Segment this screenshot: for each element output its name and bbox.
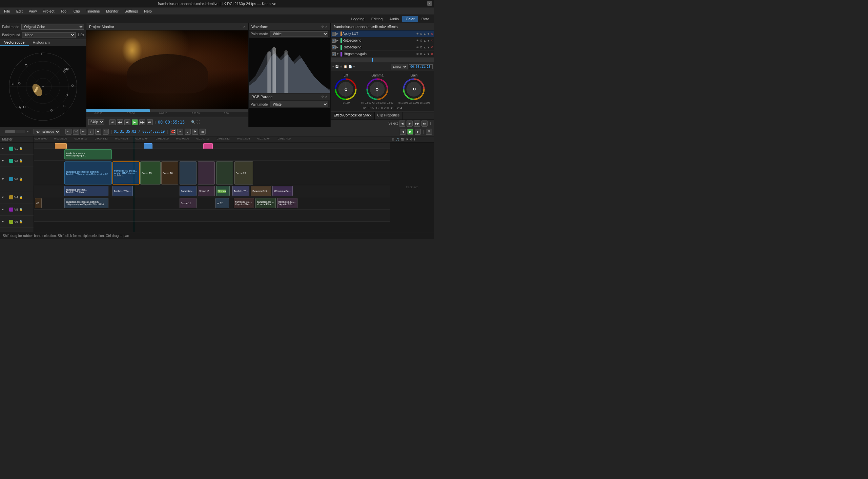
waveform-settings-icon[interactable]: ⚙ [321, 25, 324, 28]
effect-lgg-checkbox[interactable]: ✓ [332, 52, 336, 56]
effect-lut-delete[interactable]: ✕ [431, 32, 433, 36]
clip-v3-5[interactable] [180, 161, 197, 184]
tr-marker-icon[interactable]: ⚑ [406, 138, 409, 141]
nav-next[interactable]: ▶▶ [414, 121, 420, 127]
effect-roto2-expand[interactable]: ▶ [336, 46, 340, 49]
effect-lut-visibility[interactable]: 👁 [416, 32, 419, 36]
effect-lgg-expand[interactable]: ▼ [336, 52, 340, 56]
effect-roto2-up[interactable]: ▲ [423, 46, 426, 49]
clip-v4-6[interactable]: Apply LUT/Lif... [232, 186, 249, 196]
snap-toggle[interactable]: 🧲 [170, 129, 176, 135]
menu-file[interactable]: File [1, 8, 13, 14]
timeline-zoom-in[interactable]: + [27, 130, 28, 133]
tab-audio[interactable]: Audio [386, 16, 402, 22]
effects-add-icon[interactable]: + [332, 65, 334, 68]
effects-copy-icon[interactable]: 📋 [344, 65, 347, 68]
effect-roto2-visibility[interactable]: 👁 [416, 46, 419, 49]
track-v5-lock[interactable]: 🔒 [19, 208, 23, 211]
clip-v5-6[interactable]: framboise-ou-ch...Vignette Effect/A... [277, 198, 297, 208]
track-v6-lock[interactable]: 🔒 [19, 220, 23, 223]
clip-v5-3[interactable]: se 12 [215, 198, 229, 208]
effect-lut-down[interactable]: ▼ [427, 32, 430, 36]
interpolation-select[interactable]: Linear [391, 64, 408, 69]
clip-v5-1[interactable]: framboise-ou-chocolat-edit.mkvLift/gamma… [64, 198, 108, 208]
effect-roto2-settings[interactable]: ⚙ [420, 46, 422, 49]
effect-rotoscoping-2[interactable]: ✓ ▶ Rotoscoping 👁 ⚙ ▲ ▼ ✕ [331, 44, 434, 51]
effect-lgg-up[interactable]: ▲ [423, 52, 426, 56]
timeline-zoom-out[interactable]: – [2, 130, 4, 133]
clip-v3-3[interactable]: Scene 15 [140, 161, 161, 184]
fullscreen-icon[interactable]: ⛶ [197, 120, 200, 124]
effect-roto1-down[interactable]: ▼ [427, 39, 430, 42]
rgb-close-icon[interactable]: ✕ [325, 95, 328, 99]
clip-v5-4[interactable]: framboise-ou-ch...Vignette Effects... [234, 198, 254, 208]
tab-vectorscope[interactable]: Vectorscope [0, 39, 29, 46]
tool-trim[interactable]: [↔] [73, 129, 79, 135]
track-v6-expand[interactable]: ▼ [1, 220, 8, 223]
clip-v4-3[interactable]: framboise-ou-choc... [180, 186, 197, 196]
transport-prev-frame[interactable]: ◀◀ [117, 119, 123, 125]
clip-v3-4[interactable]: Scene 18 [161, 161, 178, 184]
effects-paste-icon[interactable]: 📄 [348, 65, 352, 68]
transport-end[interactable]: ⏭ [147, 119, 153, 125]
clip-v4-4[interactable]: Scene 15 [198, 186, 215, 196]
track-v2-expand[interactable]: ▼ [1, 159, 8, 162]
effect-roto1-checkbox[interactable]: ✓ [332, 39, 336, 43]
tr-video-icon[interactable]: 🎬 [401, 138, 405, 141]
clip-v4-2[interactable]: Apply LUT/Roto... [112, 186, 133, 196]
tl-back[interactable]: ◀ [400, 129, 406, 135]
rgb-settings-icon[interactable]: ⚙ [321, 95, 324, 99]
monitor-close-icon[interactable]: ✕ [243, 25, 246, 28]
close-button[interactable]: ✕ [427, 1, 432, 6]
clip-v3-8[interactable]: Scene 25 [234, 161, 253, 184]
track-v3-lock[interactable]: 🔒 [19, 177, 23, 181]
effect-roto1-up[interactable]: ▲ [423, 39, 426, 42]
menu-project[interactable]: Project [40, 8, 57, 14]
menu-settings[interactable]: Settings [122, 8, 141, 14]
razor-tool[interactable]: ✂ [177, 129, 183, 135]
tl-forward[interactable]: ▶ [415, 129, 421, 135]
tab-editing[interactable]: Editing [368, 16, 386, 22]
clip-v5-2[interactable]: Scene 11 [180, 198, 197, 208]
gamma-wheel[interactable] [366, 78, 388, 100]
clip-v4-5[interactable]: Screen [216, 186, 230, 196]
clip-v5-marker[interactable]: #6 [35, 198, 42, 208]
edit-mode-select[interactable]: Normal mode [34, 129, 60, 134]
track-v4-lock[interactable]: 🔒 [19, 196, 23, 199]
effect-roto1-expand[interactable]: ▶ [336, 39, 340, 42]
effect-roto1-settings[interactable]: ⚙ [420, 39, 422, 42]
nav-end[interactable]: ⏭ [421, 121, 428, 127]
tab-logging[interactable]: Logging [348, 16, 368, 22]
effect-lut-checkbox[interactable]: ✓ [332, 32, 336, 36]
effect-lgg-down[interactable]: ▼ [427, 52, 430, 56]
tl-play[interactable]: ▶ [407, 129, 413, 135]
tab-roto[interactable]: Roto [418, 16, 433, 22]
effect-lift-gamma-gain[interactable]: ✓ ▼ Lift/gamma/gain 👁 ⚙ ▲ ▼ ✕ [331, 51, 434, 58]
marker-tool[interactable]: ⚑ [192, 129, 198, 135]
tl-split[interactable]: ⧉ [426, 129, 432, 135]
menu-timeline[interactable]: Timeline [83, 8, 103, 14]
menu-monitor[interactable]: Monitor [103, 8, 121, 14]
composition-tool[interactable]: ⊞ [200, 129, 206, 135]
effect-lut-expand[interactable]: ▶ [336, 32, 340, 35]
tool-roll[interactable]: ↕ [88, 129, 94, 135]
effect-lgg-visibility[interactable]: 👁 [416, 52, 419, 56]
menu-tool[interactable]: Tool [58, 8, 70, 14]
clip-v4-1[interactable]: framboise-ou-choc...Apply LUT/Lift/ga... [64, 186, 108, 196]
track-v1-lock[interactable]: 🔒 [19, 147, 23, 150]
monitor-seekbar[interactable] [86, 109, 248, 112]
effect-roto1-delete[interactable]: ✕ [431, 39, 433, 42]
clip-v4-7[interactable]: lift/gamma/gain... [251, 186, 271, 196]
tr-audio-icon[interactable]: 🎵 [396, 138, 399, 141]
effect-timecode-input[interactable] [409, 64, 433, 69]
track-v5-expand[interactable]: ▼ [1, 208, 8, 211]
effect-lgg-delete[interactable]: ✕ [431, 52, 433, 56]
tab-histogram[interactable]: Histogram [29, 39, 54, 46]
background-select[interactable]: None [22, 32, 76, 38]
effect-rotoscoping-1[interactable]: ✓ ▶ Rotoscoping 👁 ⚙ ▲ ▼ ✕ [331, 37, 434, 44]
clip-v3-1[interactable]: framboise-ou-chocolat-edit.mkvApply LUT/… [64, 161, 112, 184]
nav-play[interactable]: ▶ [407, 121, 413, 127]
keyframe-timeline[interactable] [331, 58, 434, 62]
waveform-paint-select[interactable]: White [270, 31, 328, 37]
tool-ripple[interactable]: ⇔ [80, 129, 86, 135]
